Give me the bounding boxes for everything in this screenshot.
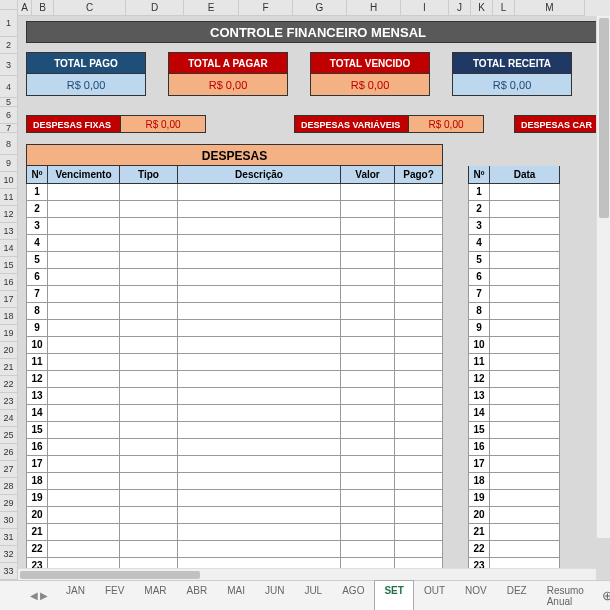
cell[interactable] [120, 490, 178, 507]
row-header-11[interactable]: 11 [0, 189, 18, 206]
cell[interactable] [48, 473, 120, 490]
cell[interactable]: 9 [468, 320, 490, 337]
col-header-D[interactable]: D [126, 0, 184, 16]
cell[interactable] [395, 456, 443, 473]
cell[interactable]: 10 [468, 337, 490, 354]
cell[interactable] [120, 269, 178, 286]
cell[interactable] [341, 473, 395, 490]
cell[interactable] [178, 524, 341, 541]
cell[interactable] [341, 320, 395, 337]
cell[interactable] [48, 541, 120, 558]
table-row[interactable]: 2 [26, 201, 443, 218]
row-header-27[interactable]: 27 [0, 461, 18, 478]
summary-value[interactable]: R$ 0,00 [452, 74, 572, 96]
table-row[interactable]: 9 [26, 320, 443, 337]
cell[interactable] [341, 354, 395, 371]
sheet-tab-jan[interactable]: JAN [56, 580, 95, 611]
cell[interactable] [48, 269, 120, 286]
cell[interactable] [490, 439, 560, 456]
table-row[interactable]: 5 [26, 252, 443, 269]
cell[interactable] [341, 405, 395, 422]
cell[interactable] [490, 541, 560, 558]
summary-value[interactable]: R$ 0,00 [310, 74, 430, 96]
row-header-10[interactable]: 10 [0, 172, 18, 189]
cell[interactable] [178, 405, 341, 422]
table-row[interactable]: 2 [468, 201, 610, 218]
cell[interactable] [395, 269, 443, 286]
sheet-tab-abr[interactable]: ABR [177, 580, 218, 611]
col-header-J[interactable]: J [449, 0, 471, 16]
cell[interactable] [48, 405, 120, 422]
cell[interactable] [120, 337, 178, 354]
cell[interactable] [490, 507, 560, 524]
cell[interactable]: 4 [468, 235, 490, 252]
chevron-left-icon[interactable]: ◀ [30, 590, 38, 601]
cell[interactable] [120, 218, 178, 235]
col-header-r-data[interactable]: Data [490, 166, 560, 184]
row-header-15[interactable]: 15 [0, 257, 18, 274]
cell[interactable] [490, 388, 560, 405]
cell[interactable]: 10 [26, 337, 48, 354]
row-header-25[interactable]: 25 [0, 427, 18, 444]
cell[interactable] [395, 473, 443, 490]
cell[interactable]: 20 [26, 507, 48, 524]
table-row[interactable]: 8 [468, 303, 610, 320]
add-sheet-button[interactable]: ⊕ [594, 584, 610, 607]
row-header-24[interactable]: 24 [0, 410, 18, 427]
row-header-18[interactable]: 18 [0, 308, 18, 325]
cell[interactable]: 9 [26, 320, 48, 337]
cell[interactable] [341, 252, 395, 269]
cell[interactable] [120, 473, 178, 490]
table-row[interactable]: 6 [468, 269, 610, 286]
cell[interactable]: 8 [468, 303, 490, 320]
cell[interactable] [48, 490, 120, 507]
table-row[interactable]: 20 [468, 507, 610, 524]
cell[interactable] [48, 354, 120, 371]
cell[interactable] [120, 456, 178, 473]
cell[interactable]: 11 [468, 354, 490, 371]
col-header-pago[interactable]: Pago? [395, 166, 443, 184]
cell[interactable] [120, 354, 178, 371]
row-header-2[interactable]: 2 [0, 37, 18, 54]
cell[interactable] [178, 235, 341, 252]
cell[interactable] [178, 456, 341, 473]
cell[interactable] [48, 507, 120, 524]
cell[interactable]: 22 [468, 541, 490, 558]
cell[interactable]: 14 [468, 405, 490, 422]
col-header-K[interactable]: K [471, 0, 493, 16]
cell[interactable] [395, 524, 443, 541]
cell[interactable] [48, 320, 120, 337]
cell[interactable] [395, 354, 443, 371]
cell[interactable] [490, 252, 560, 269]
cell[interactable] [490, 456, 560, 473]
cell[interactable] [490, 422, 560, 439]
cell[interactable] [395, 422, 443, 439]
cell[interactable]: 15 [26, 422, 48, 439]
cell[interactable] [395, 388, 443, 405]
col-header-no[interactable]: Nº [26, 166, 48, 184]
cell[interactable] [341, 235, 395, 252]
cell[interactable] [395, 541, 443, 558]
cell[interactable] [48, 252, 120, 269]
summary-value[interactable]: R$ 0,00 [26, 74, 146, 96]
cell[interactable] [178, 507, 341, 524]
row-header-32[interactable]: 32 [0, 546, 18, 563]
row-header-16[interactable]: 16 [0, 274, 18, 291]
cell[interactable] [48, 235, 120, 252]
cell[interactable] [395, 337, 443, 354]
cell[interactable] [48, 337, 120, 354]
row-header-21[interactable]: 21 [0, 359, 18, 376]
cell[interactable] [178, 490, 341, 507]
cell[interactable]: 17 [468, 456, 490, 473]
row-header-20[interactable]: 20 [0, 342, 18, 359]
table-row[interactable]: 5 [468, 252, 610, 269]
cell[interactable]: 21 [468, 524, 490, 541]
cell[interactable] [178, 201, 341, 218]
table-row[interactable]: 12 [468, 371, 610, 388]
row-header-31[interactable]: 31 [0, 529, 18, 546]
row-header-14[interactable]: 14 [0, 240, 18, 257]
cell[interactable] [341, 218, 395, 235]
cell[interactable] [395, 405, 443, 422]
cell[interactable]: 16 [26, 439, 48, 456]
table-row[interactable]: 12 [26, 371, 443, 388]
